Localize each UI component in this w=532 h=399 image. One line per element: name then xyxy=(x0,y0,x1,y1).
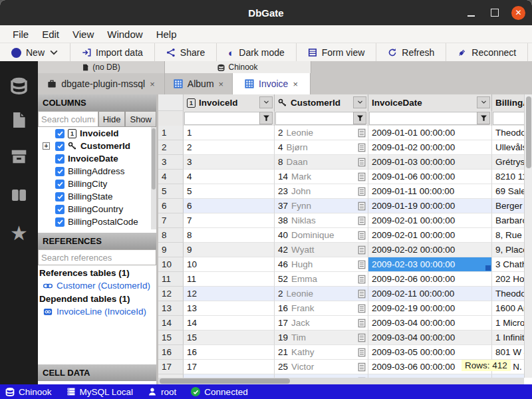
row-number[interactable]: 14 xyxy=(158,316,184,331)
filter-input[interactable] xyxy=(369,112,489,125)
row-number[interactable]: 10 xyxy=(158,257,184,272)
cell-invoicedate[interactable]: 2009-02-19 00:00:00 xyxy=(368,301,492,316)
funnel-button[interactable] xyxy=(477,112,490,124)
status-root[interactable]: root xyxy=(148,387,176,397)
row-number[interactable]: 16 xyxy=(158,345,184,360)
column-header-customerid[interactable]: CustomerId xyxy=(275,94,368,111)
cell-invoicedate[interactable]: 2009-02-06 00:00:00 xyxy=(368,272,492,287)
cell-customerid[interactable]: 38Niklas xyxy=(275,213,368,228)
row-number[interactable]: 9 xyxy=(158,243,184,257)
open-reference-icon[interactable] xyxy=(357,362,366,372)
open-reference-icon[interactable] xyxy=(357,318,366,328)
column-header-invoicedate[interactable]: InvoiceDate xyxy=(368,94,492,111)
form-view-button[interactable]: Form view xyxy=(297,43,377,62)
cell-customerid[interactable]: 2Leonie xyxy=(275,126,368,140)
cell-invoicedate[interactable]: 2009-02-02 00:00:00 xyxy=(368,243,492,257)
cell-invoiceid[interactable]: 14 xyxy=(184,316,275,331)
row-number[interactable]: 1 xyxy=(158,126,184,140)
checkbox-checked-icon[interactable] xyxy=(55,180,65,189)
refresh-button[interactable]: Refresh xyxy=(376,43,446,62)
open-reference-icon[interactable] xyxy=(357,303,366,313)
cell-invoiceid[interactable]: 10 xyxy=(184,257,275,272)
activity-archive-button[interactable] xyxy=(0,143,38,170)
minimize-button[interactable] xyxy=(464,5,478,20)
cell-invoicedate[interactable]: 2009-03-05 00:00:00 xyxy=(368,345,492,360)
column-menu-button[interactable] xyxy=(477,96,490,108)
columns-scrollbar[interactable] xyxy=(151,127,156,229)
cell-invoiceid[interactable]: 7 xyxy=(184,213,275,228)
row-number[interactable]: 12 xyxy=(158,287,184,301)
open-reference-icon[interactable] xyxy=(357,274,366,284)
row-number[interactable]: 7 xyxy=(158,213,184,228)
row-number[interactable]: 2 xyxy=(158,140,184,155)
status-connected[interactable]: Connected xyxy=(191,387,247,397)
open-reference-icon[interactable] xyxy=(357,289,366,299)
cell-customerid[interactable]: 4Bjørn xyxy=(275,140,368,155)
cell-invoiceid[interactable]: 6 xyxy=(184,199,275,213)
checkbox-checked-icon[interactable] xyxy=(55,129,65,138)
menu-file[interactable]: File xyxy=(7,27,35,41)
selection-handle[interactable] xyxy=(485,265,491,271)
open-reference-icon[interactable] xyxy=(357,245,366,255)
show-button[interactable]: Show xyxy=(125,111,156,127)
cell-customerid[interactable]: 46Hugh xyxy=(275,257,368,272)
checkbox-checked-icon[interactable] xyxy=(55,205,65,214)
activity-modules-button[interactable] xyxy=(0,182,38,208)
open-reference-icon[interactable] xyxy=(357,186,366,196)
row-number[interactable]: 15 xyxy=(158,331,184,345)
column-item-billingcity[interactable]: BillingCity xyxy=(38,178,156,190)
open-reference-icon[interactable] xyxy=(357,157,366,167)
search-references-input[interactable] xyxy=(38,249,156,265)
cell-customerid[interactable]: 14Mark xyxy=(275,170,368,184)
checkbox-checked-icon[interactable] xyxy=(55,167,65,176)
cell-invoicedate[interactable]: 2009-02-01 00:00:00 xyxy=(368,213,492,228)
reference-link[interactable]: InvoiceLine (InvoiceId) xyxy=(38,305,156,318)
cell-customerid[interactable]: 17Jack xyxy=(275,316,368,331)
expander-icon[interactable]: + xyxy=(43,142,50,150)
row-number[interactable]: 6 xyxy=(158,199,184,213)
cell-customerid[interactable]: 52Emma xyxy=(275,272,368,287)
cell-invoiceid[interactable]: 17 xyxy=(184,360,275,374)
row-number[interactable]: 11 xyxy=(158,272,184,287)
cell-invoicedate[interactable]: 2009-01-03 00:00:00 xyxy=(368,155,492,170)
open-reference-icon[interactable] xyxy=(357,347,366,357)
search-columns-input[interactable] xyxy=(38,111,98,127)
cell-data-panel-header[interactable]: CELL DATA xyxy=(38,364,156,381)
column-item-billingaddress[interactable]: BillingAddress xyxy=(38,165,156,178)
checkbox-checked-icon[interactable] xyxy=(55,142,65,151)
open-reference-icon[interactable] xyxy=(357,215,366,225)
cell-invoiceid[interactable]: 4 xyxy=(184,170,275,184)
cell-customerid[interactable]: 21Kathy xyxy=(275,345,368,360)
cell-customerid[interactable]: 37Fynn xyxy=(275,199,368,213)
activity-star-button[interactable]: ★ xyxy=(0,220,38,247)
cell-customerid[interactable]: 40Dominique xyxy=(275,228,368,243)
cell-invoiceid[interactable]: 13 xyxy=(184,301,275,316)
cell-invoicedate[interactable]: 2009-02-11 00:00:00 xyxy=(368,287,492,301)
maximize-button[interactable] xyxy=(487,5,502,20)
filter-input[interactable] xyxy=(275,112,366,125)
undo-button[interactable]: ↶Undo xyxy=(528,43,532,62)
close-tab-icon[interactable]: × xyxy=(293,79,298,89)
cell-invoiceid[interactable]: 2 xyxy=(184,140,275,155)
cell-invoicedate[interactable]: 2009-01-19 00:00:00 xyxy=(368,199,492,213)
open-reference-icon[interactable] xyxy=(357,142,366,152)
cell-invoicedate[interactable]: 2009-01-01 00:00:00 xyxy=(368,126,492,140)
menu-view[interactable]: View xyxy=(66,27,100,41)
checkbox-checked-icon[interactable] xyxy=(55,192,65,201)
cell-invoiceid[interactable]: 5 xyxy=(184,184,275,199)
tab-album[interactable]: Album× xyxy=(165,73,233,94)
row-number[interactable]: 5 xyxy=(158,184,184,199)
cell-invoicedate[interactable]: 2009-02-01 00:00:00 xyxy=(368,228,492,243)
tab-invoice[interactable]: Invoice× xyxy=(233,73,311,94)
cell-invoicedate[interactable]: 2009-03-04 00:00:00 xyxy=(368,331,492,345)
open-reference-icon[interactable] xyxy=(357,201,366,211)
cell-invoiceid[interactable]: 12 xyxy=(184,287,275,301)
hide-button[interactable]: Hide xyxy=(98,111,126,127)
reconnect-button[interactable]: Reconnect xyxy=(446,43,528,62)
row-number[interactable]: 13 xyxy=(158,301,184,316)
reference-link[interactable]: Customer (CustomerId) xyxy=(38,279,156,292)
horizontal-scrollbar[interactable] xyxy=(158,378,524,384)
cell-invoicedate[interactable]: 2009-01-06 00:00:00 xyxy=(368,170,492,184)
close-button[interactable]: ✕ xyxy=(511,6,525,20)
funnel-button[interactable] xyxy=(259,112,273,124)
